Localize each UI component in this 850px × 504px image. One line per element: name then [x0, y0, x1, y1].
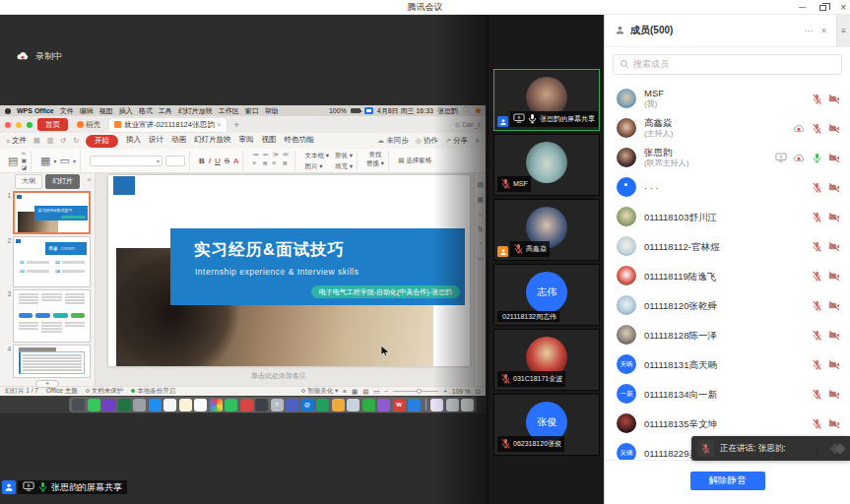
- dock-icon[interactable]: [194, 399, 207, 411]
- dock-icon[interactable]: [72, 399, 85, 411]
- panel-menu-icon[interactable]: ≡: [836, 15, 850, 47]
- spotlight-search-icon[interactable]: [462, 105, 472, 116]
- member-search-input[interactable]: 搜索成员: [613, 54, 842, 75]
- mic-on-icon[interactable]: [811, 152, 822, 163]
- dock-icon[interactable]: ?: [271, 399, 284, 411]
- mic-muted-icon[interactable]: [811, 240, 822, 252]
- ribbon-tab-幻灯片放映[interactable]: 幻灯片放映: [194, 135, 231, 148]
- mic-muted-icon[interactable]: [811, 299, 822, 311]
- mac-menu-item[interactable]: 视图: [99, 106, 113, 116]
- dock-icon[interactable]: [430, 399, 443, 411]
- dock-icon[interactable]: W: [393, 399, 406, 411]
- side-tool-icon[interactable]: ⇅: [478, 225, 484, 233]
- mic-muted-icon[interactable]: [811, 93, 822, 104]
- selection-pane-icon[interactable]: ▤: [398, 157, 404, 164]
- undo-icon[interactable]: ↺: [60, 137, 66, 145]
- ribbon-tab-审阅[interactable]: 审阅: [239, 135, 254, 148]
- view-grid-icon[interactable]: ▦: [352, 388, 358, 396]
- video-tile[interactable]: 高鑫焱: [493, 199, 600, 261]
- member-row[interactable]: 张思韵(联席主持人): [605, 143, 850, 172]
- mac-zoom-light[interactable]: [27, 122, 33, 128]
- share-button[interactable]: ⇗ 分享: [445, 136, 468, 146]
- toolbar-形状-button[interactable]: 形状 ▾: [335, 152, 353, 159]
- mic-muted-icon[interactable]: [811, 417, 822, 429]
- toolbar-填充-button[interactable]: 填充 ▾: [335, 162, 353, 170]
- dock-icon[interactable]: [240, 399, 253, 411]
- camera-off-icon[interactable]: [828, 299, 840, 311]
- indent-icon[interactable]: ≫: [272, 151, 281, 158]
- dock-icon[interactable]: @: [301, 399, 314, 411]
- camera-off-icon[interactable]: [828, 152, 840, 163]
- status-item[interactable]: 文档未保护: [86, 387, 124, 396]
- save-icon[interactable]: ▤: [33, 137, 40, 145]
- mac-close-light[interactable]: [5, 122, 11, 128]
- restore-icon[interactable]: [819, 0, 826, 15]
- document-tab-close-icon[interactable]: ×: [217, 121, 221, 128]
- underline-button[interactable]: U: [215, 157, 221, 165]
- dock-icon[interactable]: [118, 399, 131, 411]
- new-tab-button[interactable]: +: [231, 120, 242, 130]
- collaborate-button[interactable]: ◎ 协作: [416, 136, 438, 146]
- zoom-level[interactable]: 109 %: [452, 388, 470, 395]
- ribbon-tab-特色功能[interactable]: 特色功能: [285, 135, 314, 148]
- font-family-select[interactable]: ▾: [90, 156, 163, 166]
- ribbon-tab-动画[interactable]: 动画: [171, 135, 186, 148]
- mic-muted-icon[interactable]: [811, 211, 822, 222]
- ribbon-tab-插入[interactable]: 插入: [126, 135, 141, 148]
- zoom-in-icon[interactable]: +: [443, 388, 447, 395]
- close-icon[interactable]: ×: [840, 0, 846, 15]
- side-tool-icon[interactable]: ☆: [477, 211, 483, 219]
- camera-off-icon[interactable]: [828, 93, 840, 104]
- mic-muted-icon[interactable]: [811, 329, 822, 341]
- panel-close-icon[interactable]: ×: [87, 175, 92, 184]
- member-row[interactable]: 011118112-官林煜: [605, 231, 850, 261]
- dock-icon[interactable]: [179, 399, 192, 411]
- mac-menu-item[interactable]: 格式: [139, 106, 153, 116]
- redo-icon[interactable]: ↻: [73, 137, 79, 145]
- print-icon[interactable]: ▥: [47, 137, 54, 145]
- mic-muted-icon[interactable]: [811, 388, 822, 400]
- camera-off-icon[interactable]: [828, 211, 840, 222]
- dock-icon[interactable]: [316, 399, 329, 411]
- member-row[interactable]: 高鑫焱(主持人): [605, 113, 850, 143]
- selection-pane-label[interactable]: 选择窗格: [406, 157, 431, 165]
- side-tool-icon[interactable]: ▭: [477, 254, 484, 262]
- slide-thumbnail-4[interactable]: 4: [2, 345, 91, 378]
- camera-off-icon[interactable]: [828, 358, 840, 370]
- camera-off-icon[interactable]: [828, 329, 840, 341]
- wps-document-tab[interactable]: 就业宣讲-021118124张思韵 ×: [109, 118, 227, 132]
- notes-placeholder[interactable]: 单击此处添加备注: [96, 371, 462, 381]
- zoom-slider[interactable]: [393, 391, 438, 392]
- camera-off-icon[interactable]: [828, 122, 840, 134]
- dock-icon[interactable]: [377, 399, 390, 411]
- font-color-button[interactable]: A: [233, 157, 238, 165]
- fit-window-icon[interactable]: ⊡: [476, 388, 481, 396]
- mac-menu-item[interactable]: 窗口: [245, 106, 259, 116]
- member-row[interactable]: 011118135辛文坤: [605, 409, 850, 438]
- video-tile[interactable]: 031C18171金波: [493, 329, 600, 391]
- bold-button[interactable]: B: [199, 157, 205, 165]
- slides-tab[interactable]: 幻灯片: [45, 174, 80, 189]
- format-painter-icon[interactable]: ◪: [21, 164, 27, 170]
- mac-menu-item[interactable]: 幻灯片放映: [178, 106, 213, 116]
- slide-thumbnail-2[interactable]: 2 目录CONTENT 0102 0304: [2, 236, 91, 287]
- dock-icon[interactable]: [225, 399, 237, 411]
- find-button[interactable]: 查找: [369, 151, 382, 158]
- more-options-icon[interactable]: ···: [805, 26, 814, 35]
- mac-menu-item[interactable]: 工具: [159, 106, 172, 116]
- outdent-icon[interactable]: ≪: [282, 151, 291, 158]
- mac-menu-item[interactable]: 插入: [119, 106, 133, 116]
- dock-icon[interactable]: [408, 399, 421, 411]
- camera-off-icon[interactable]: [828, 388, 840, 400]
- align-left-icon[interactable]: ≡: [252, 159, 261, 167]
- side-tool-icon[interactable]: ▤: [477, 181, 484, 189]
- video-tile[interactable]: 志伟021118132周志伟: [493, 264, 600, 326]
- member-row[interactable]: MSF(我): [605, 84, 850, 113]
- beautify-button[interactable]: 智能美化 ▾: [301, 387, 338, 396]
- member-row[interactable]: 011118120张乾舜: [605, 290, 850, 320]
- camera-off-icon[interactable]: [828, 240, 840, 252]
- sync-status[interactable]: ☁ 未同步: [377, 136, 409, 146]
- status-item[interactable]: 本地备份开启: [131, 387, 175, 396]
- view-play-icon[interactable]: ▭: [373, 388, 379, 396]
- view-normal-icon[interactable]: ≡: [343, 388, 347, 395]
